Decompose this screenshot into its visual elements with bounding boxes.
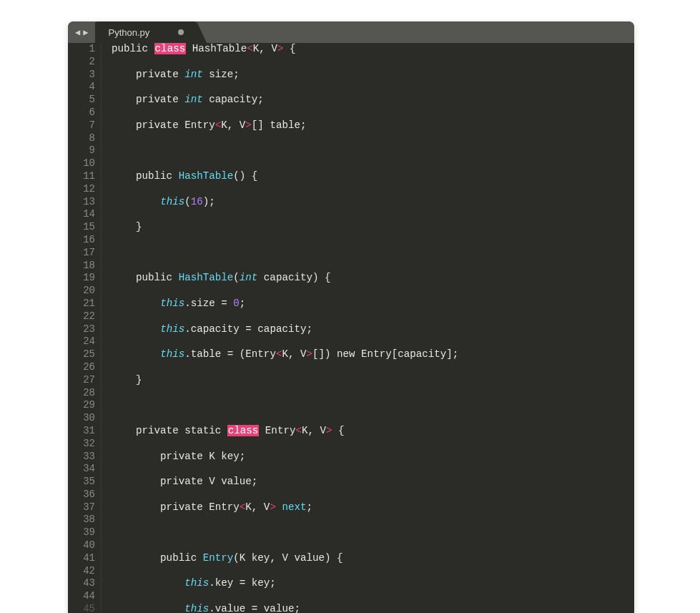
code-token: HashTable (186, 43, 247, 54)
code-token: < (215, 119, 222, 131)
code-token: public (112, 552, 203, 564)
code-token: < (295, 425, 302, 436)
line-number: 4 (68, 81, 101, 94)
code-token: > (326, 425, 332, 436)
code-token: this (184, 577, 209, 589)
line-number: 34 (68, 463, 101, 476)
code-token (112, 298, 160, 309)
code-token: []) new Entry[capacity]; (312, 348, 458, 360)
code-token: capacity; (203, 94, 264, 105)
code-line (112, 590, 634, 603)
line-number: 11 (68, 170, 101, 183)
code-line (112, 361, 634, 374)
code-token: HashTable (179, 170, 234, 182)
code-token: capacity) { (257, 272, 330, 283)
code-token: size; (203, 69, 240, 80)
line-number: 25 (68, 348, 101, 361)
code-token: K, V (282, 348, 306, 360)
line-number: 33 (68, 451, 101, 464)
code-line: this.table = (Entry<K, V>[]) new Entry[c… (112, 348, 634, 361)
code-token: private V value; (112, 476, 257, 487)
line-number: 37 (68, 501, 101, 514)
line-number: 7 (68, 119, 101, 132)
code-line (112, 260, 634, 273)
line-number: 14 (68, 208, 101, 221)
code-line: public HashTable() { (112, 170, 634, 183)
code-line (112, 463, 634, 476)
line-number: 41 (68, 552, 101, 565)
code-token: > (306, 348, 312, 360)
code-token: .table = (Entry (184, 348, 276, 360)
line-number: 23 (68, 323, 101, 336)
code-line: this.size = 0; (112, 298, 634, 310)
nav-forward-icon[interactable]: ▶ (83, 27, 88, 38)
code-line (112, 208, 634, 221)
line-number: 5 (68, 94, 101, 107)
line-number: 29 (68, 399, 101, 412)
editor-body: 1234567891011121314151617181920212223242… (68, 43, 634, 613)
code-line (112, 412, 634, 425)
code-line: } (112, 374, 634, 387)
nav-back-icon[interactable]: ◀ (75, 27, 80, 38)
code-line (112, 81, 634, 94)
code-area[interactable]: public class HashTable<K, V> { private i… (101, 43, 634, 613)
code-token (112, 348, 160, 360)
code-token: } (112, 374, 142, 386)
code-token: ); (203, 196, 215, 207)
code-token: > (270, 501, 276, 513)
line-number: 19 (68, 272, 101, 285)
code-line (112, 56, 634, 69)
code-line: private static class Entry<K, V> { (112, 425, 634, 438)
code-token: this (160, 298, 184, 309)
code-token (112, 577, 184, 589)
code-line (112, 335, 634, 348)
line-number: 45 (68, 603, 101, 613)
code-token: [] table; (252, 119, 307, 131)
code-line: public HashTable(int capacity) { (112, 272, 634, 285)
code-line: this.value = value; (112, 603, 634, 613)
code-token: ; (240, 298, 246, 309)
code-token: public (112, 272, 179, 283)
line-number: 17 (68, 247, 101, 260)
code-line (112, 539, 634, 552)
code-line: private K key; (112, 451, 634, 464)
dirty-indicator-icon (178, 29, 184, 35)
code-token: 0 (233, 298, 240, 309)
code-token: K, V (221, 119, 245, 131)
line-number: 20 (68, 285, 101, 298)
code-token: { (332, 425, 345, 436)
line-number: 28 (68, 387, 101, 400)
code-token: public (112, 43, 154, 54)
code-token: private (112, 69, 184, 80)
code-token: private K key; (112, 451, 245, 462)
code-line (112, 514, 634, 526)
code-line (112, 183, 634, 196)
code-line: private Entry<K, V>[] table; (112, 119, 634, 132)
code-line (112, 144, 634, 157)
code-line (112, 285, 634, 298)
code-token: .capacity = capacity; (184, 323, 312, 335)
code-token: int (184, 94, 203, 105)
code-token: < (247, 43, 253, 54)
code-token: .size = (184, 298, 233, 309)
code-line (112, 399, 634, 412)
code-token: class (154, 43, 187, 54)
code-token: > (245, 119, 252, 131)
code-line: this.key = key; (112, 577, 634, 590)
line-number: 16 (68, 234, 101, 247)
editor-window: ◀ ▶ Python.py 12345678910111213141516171… (68, 21, 634, 613)
tab-filename: Python.py (108, 27, 149, 38)
line-number: 38 (68, 514, 101, 526)
line-number: 10 (68, 157, 101, 170)
file-tab[interactable]: Python.py (95, 21, 197, 43)
line-number: 18 (68, 260, 101, 273)
line-number: 8 (68, 132, 101, 145)
code-token: this (160, 348, 184, 360)
code-token: ( (233, 272, 240, 283)
code-line: private V value; (112, 476, 634, 489)
code-line: private int size; (112, 69, 634, 82)
code-token: int (184, 69, 203, 80)
line-number: 44 (68, 590, 101, 603)
code-token: ( (184, 196, 191, 207)
code-line (112, 310, 634, 323)
